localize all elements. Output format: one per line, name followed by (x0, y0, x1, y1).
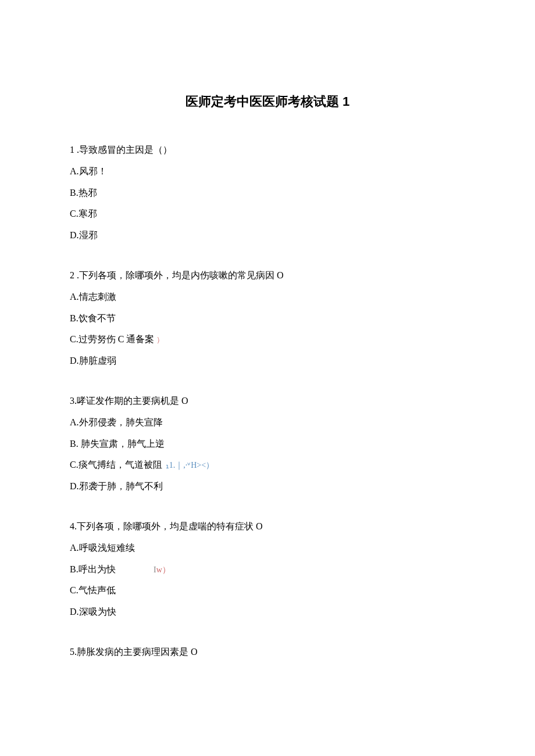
question-2: 2 .下列各项，除哪项外，均是内伤咳嗽的常见病因 O A.情志刺激 B.饮食不节… (70, 265, 465, 372)
annotation-mark: Iw） (154, 565, 170, 574)
q2-c-text: C.过劳努伤 C 通备案 (70, 334, 154, 344)
question-5: 5.肺胀发病的主要病理因素是 O (70, 642, 465, 663)
q3-option-a: A.外邪侵袭，肺失宣降 (70, 412, 465, 433)
q3-option-b: B. 肺失宣肃，肺气上逆 (70, 433, 465, 455)
q2-option-a: A.情志刺激 (70, 286, 465, 308)
q3-option-c: C.痰气搏结，气道被阻 ₁1.｜,·ᵛH><） (70, 454, 465, 476)
q4-b-text: B.呼出为快 (70, 559, 151, 581)
q3-c-text: C.痰气搏结，气道被阻 (70, 460, 165, 470)
question-3: 3.哮证发作期的主要病机是 O A.外邪侵袭，肺失宣降 B. 肺失宣肃，肺气上逆… (70, 390, 465, 497)
q1-stem: 1 .导致感冒的主因是（） (70, 139, 465, 161)
q1-option-a: A.风邪！ (70, 161, 465, 182)
q3-stem: 3.哮证发作期的主要病机是 O (70, 390, 465, 412)
q4-option-d: D.深吸为快 (70, 601, 465, 623)
annotation-mark: ₁1.｜,·ᵛH><） (166, 461, 214, 470)
q4-option-c: C.气怯声低 (70, 580, 465, 601)
annotation-mark: ） (156, 335, 164, 344)
q5-stem: 5.肺胀发病的主要病理因素是 O (70, 642, 465, 663)
q2-stem: 2 .下列各项，除哪项外，均是内伤咳嗽的常见病因 O (70, 265, 465, 286)
q1-option-b: B.热邪 (70, 182, 465, 204)
q1-option-d: D.湿邪 (70, 225, 465, 246)
page-title: 医师定考中医医师考核试题 1 (70, 93, 465, 110)
q2-option-b: B.饮食不节 (70, 308, 465, 329)
q2-option-d: D.肺脏虚弱 (70, 350, 465, 372)
q4-option-a: A.呼吸浅短难续 (70, 538, 465, 559)
question-1: 1 .导致感冒的主因是（） A.风邪！ B.热邪 C.寒邪 D.湿邪 (70, 139, 465, 246)
question-4: 4.下列各项，除哪项外，均是虚喘的特有症状 O A.呼吸浅短难续 B.呼出为快 … (70, 516, 465, 623)
q2-option-c: C.过劳努伤 C 通备案） (70, 329, 465, 350)
q4-stem: 4.下列各项，除哪项外，均是虚喘的特有症状 O (70, 516, 465, 538)
q3-option-d: D.邪袭于肺，肺气不利 (70, 476, 465, 497)
q4-option-b: B.呼出为快 Iw） (70, 559, 465, 581)
q1-option-c: C.寒邪 (70, 203, 465, 225)
